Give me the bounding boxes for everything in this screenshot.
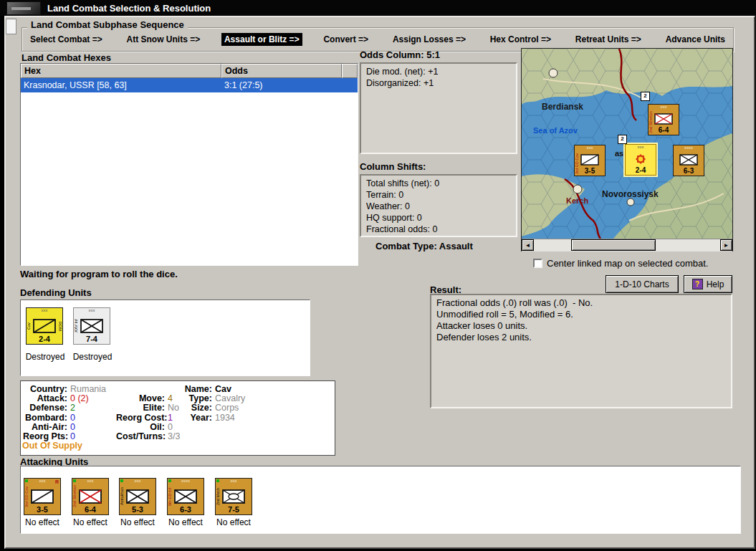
sea-label-azov: Sea of Azov [533,126,578,135]
result-panel: Fractional odds (.0) roll was (.0) - No.… [430,294,732,408]
scroll-right-button[interactable]: ► [720,239,732,251]
attacking-unit-counter-5-3[interactable]: xxx Astrakhan 5-3 [119,478,156,515]
defense-label: Defense: [23,403,67,413]
unit-corner-marker: R [55,479,59,484]
column-shifts-panel: Total shifts (net): 0 Terrain: 0 Weather… [360,174,517,237]
defense-value: 2 [67,403,75,413]
mechanized-symbol [222,489,245,504]
map-frame: Berdiansk Sea of Azov Kerch Novorossiysk… [521,48,733,251]
help-button[interactable]: ? Help [684,275,732,293]
defending-unit-counter-cav[interactable]: xxx Cav ROM 2-4 [26,307,63,345]
stack-count-badge: 2 [641,92,650,101]
scroll-left-button[interactable]: ◄ [522,239,534,251]
map-unit-counter-2-4-selected[interactable]: xxx 2-4 [625,144,656,176]
attacking-unit-counter-6-3[interactable]: xxxx 9th GD Inf 6-3 [167,478,204,515]
cavalry-symbol [33,319,56,333]
center-map-checkbox-label: Center linked map on selected combat. [547,258,708,269]
map-unit-counter-6-4[interactable]: xxx 2nd Siberian 6-4 [648,104,679,135]
unit-strength: 3-5 [575,167,605,175]
cell-odds[interactable]: 3:1 (27:5) [221,78,342,92]
odds-column-title: Odds Column: 5:1 [360,49,440,60]
bombard-value: 0 [67,413,75,423]
step-assault-or-blitz: Assault or Blitz => [221,33,302,46]
attacking-unit-counter-7-5[interactable]: xxx 2nd Mech 7-5 [215,478,252,515]
charts-button[interactable]: 1-D-10 Charts [606,275,679,293]
size-label: Size: [183,403,212,413]
cell-hex[interactable]: Krasnodar, USSR [58, 63] [21,78,221,92]
step-retreat-units: Retreat Units => [573,33,644,46]
attacking-unit-counter-6-4[interactable]: xxx 2nd Siberian 6-4 [72,478,109,515]
column-header-filler [342,64,358,78]
scroll-track[interactable] [534,239,720,251]
help-icon: ? [692,279,703,289]
unit-effect-label: No effect [19,517,65,527]
step-assign-losses: Assign Losses => [390,33,469,46]
die-mod-line: Die mod. (net): +1 [366,66,511,77]
unit-size-label: xxx [216,479,252,484]
map-view[interactable]: Berdiansk Sea of Azov Kerch Novorossiysk… [522,49,732,239]
map-unit-counter-3-5[interactable]: xxx 3rd GD Cav 3-5 [574,145,606,176]
infantry-symbol [80,319,103,333]
scroll-thumb[interactable] [571,239,656,251]
center-map-checkbox[interactable] [533,259,542,268]
unit-strength: 3-5 [24,505,60,514]
window-title: Land Combat Selection & Resolution [47,3,211,14]
unit-size-label: xxx [72,479,108,484]
cavalry-symbol [31,489,54,504]
unit-status-label: Destroyed [71,352,114,362]
unit-strength: 6-4 [72,505,108,514]
costturns-value: 3/3 [165,432,180,441]
odds-panel: Die mod. (net): +1 Disorganized: +1 [360,62,517,154]
title-bar: Land Combat Selection & Resolution [0,0,756,16]
city-label-berdiansk: Berdiansk [542,102,583,112]
reorgcost-value: 1 [165,413,173,423]
unit-size-label: xxx [120,479,155,484]
unit-strength: 6-3 [674,167,704,175]
column-header-hex: Hex [21,64,221,78]
unit-effect-label: No effect [115,517,161,527]
status-text: Waiting for program to roll the dice. [20,269,178,279]
subphase-steps: Select Combat => Att Snow Units => Assau… [27,33,728,46]
table-row[interactable]: Krasnodar, USSR [58, 63] 3:1 (27:5) [21,78,358,92]
costturns-label: Cost/Turns: [116,432,165,441]
antiair-label: Anti-Air: [23,423,67,432]
supply-status-label: Out Of Supply [22,441,82,451]
unit-size-label: xxx [575,145,605,150]
unit-effect-label: No effect [163,517,209,527]
size-value: Corps [212,403,239,413]
details-column-right: Name:Cav Type:Cavalry Size:Corps Year:19… [183,385,320,423]
step-convert: Convert => [320,33,371,46]
year-value: 1934 [212,413,235,423]
year-label: Year: [183,413,212,423]
unit-size-label: xxxx [168,479,204,484]
infantry-symbol [79,489,102,504]
map-unit-counter-6-3[interactable]: xxxx 6-3 [673,145,704,176]
map-horizontal-scrollbar[interactable]: ◄ ► [522,239,732,251]
stack-count-badge: 2 [618,135,627,144]
defending-unit-counter-inf[interactable]: xxx XXV Inf 7-4 [73,307,110,345]
unit-strength: 7-5 [216,505,252,514]
unit-strength: 5-3 [120,505,155,514]
unit-strength: 6-4 [649,126,679,134]
unit-strength: 7-4 [74,335,110,343]
unit-effect-label: No effect [67,517,113,527]
oil-label: Oil: [116,423,165,432]
city-label-kerch: Kerch [566,196,588,205]
attacking-unit-counter-3-5[interactable]: xxx R 3rd GD Cav 3-5 [24,478,61,515]
help-button-label: Help [707,279,724,289]
app-icon [6,1,41,15]
hq-support-line: HQ support: 0 [366,212,511,224]
step-advance-units: Advance Units [663,33,728,46]
infantry-symbol [654,113,673,125]
weather-line: Weather: 0 [366,201,511,212]
explosion-icon [633,152,648,166]
column-shifts-title: Column Shifts: [360,161,426,172]
infantry-symbol [174,489,197,504]
elite-label: Elite: [116,403,165,413]
infantry-symbol [126,489,149,504]
unit-strength: 2-4 [27,335,62,343]
defending-units-label: Defending Units [20,287,92,298]
step-hex-control: Hex Control => [487,33,554,46]
antiair-value: 0 [67,423,75,432]
terrain-line: Terrain: 0 [366,189,511,201]
